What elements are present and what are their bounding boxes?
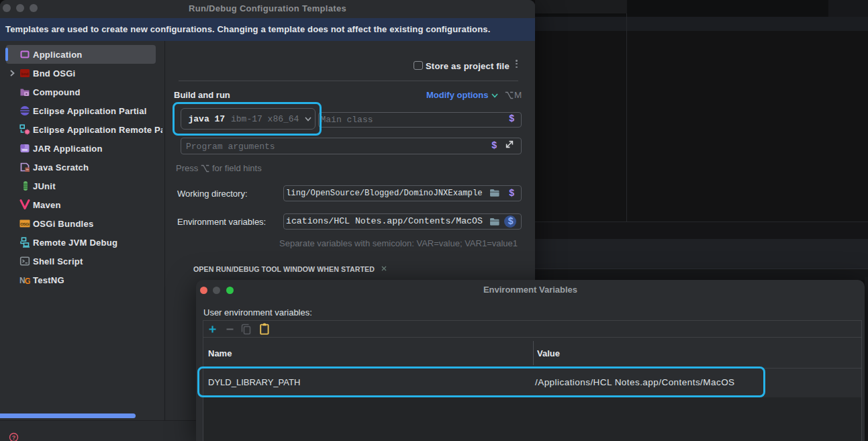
svg-text:G: G: [25, 277, 31, 286]
svg-text:bnd: bnd: [21, 72, 29, 76]
svg-text:?: ?: [12, 434, 16, 441]
svg-text:OSGi: OSGi: [20, 222, 30, 226]
